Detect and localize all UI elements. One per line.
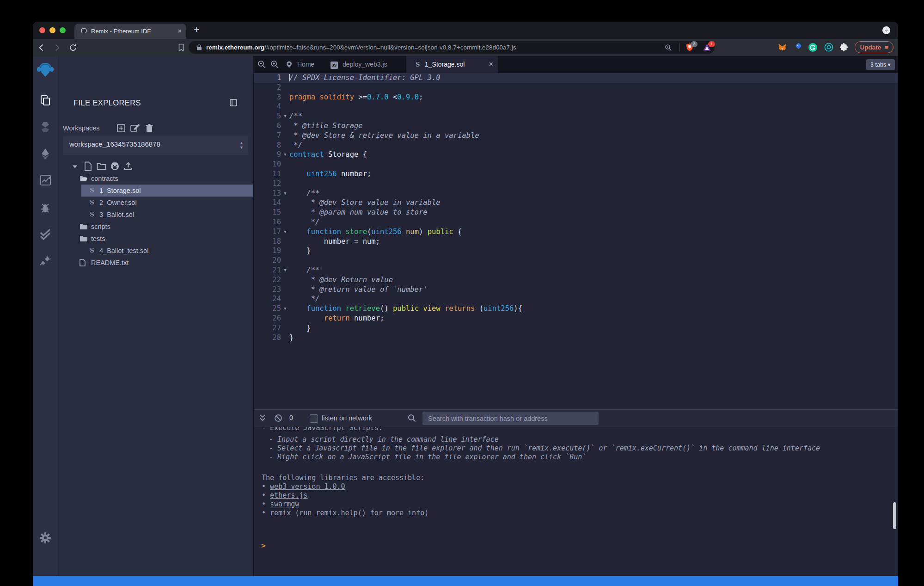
expand-terminal-icon[interactable] xyxy=(259,414,266,422)
panel-menu-icon[interactable] xyxy=(229,99,238,107)
terminal-prompt: > xyxy=(261,541,266,550)
file-tree-toolbar xyxy=(58,161,253,173)
reload-button[interactable] xyxy=(68,43,78,53)
bookmark-sidebar-icon[interactable] xyxy=(176,43,186,53)
folder-icon xyxy=(80,235,88,242)
code-line-28: 28} xyxy=(254,333,898,343)
tree-item-4_Ballot_test.sol[interactable]: S4_Ballot_test.sol xyxy=(58,245,253,257)
url-bar[interactable]: remix.ethereum.org/#optimize=false&runs=… xyxy=(189,41,715,54)
solidity-file-icon: S xyxy=(416,61,420,68)
editor-tabbar: Home JS deploy_web3.js S 1_Storage.sol ×… xyxy=(254,56,898,73)
remix-tab-icon xyxy=(285,61,293,68)
rename-workspace-icon[interactable] xyxy=(130,123,140,133)
minimize-window-button[interactable] xyxy=(49,27,55,33)
remix-logo-icon[interactable] xyxy=(33,61,58,80)
close-window-button[interactable] xyxy=(39,27,45,33)
teal-extension-icon[interactable] xyxy=(824,43,834,53)
tab-close-icon[interactable]: × xyxy=(489,60,493,68)
tree-item-README.txt[interactable]: README.txt xyxy=(58,257,253,269)
terminal-line: • remix (run remix.help() for more info) xyxy=(262,509,898,518)
code-line-20: 20 xyxy=(254,256,898,265)
code-line-11: 11 uint256 number; xyxy=(254,169,898,179)
workspace-select[interactable]: workspace_16345735186878 ▲▼ xyxy=(63,136,248,155)
code-line-4: 4 xyxy=(254,102,898,111)
zoom-page-icon[interactable] xyxy=(665,44,672,51)
code-line-1: 1// SPDX-License-Identifier: GPL-3.0 xyxy=(254,73,898,83)
static-analysis-icon[interactable] xyxy=(33,174,58,186)
settings-gear-icon[interactable] xyxy=(33,532,58,544)
plugin-manager-icon[interactable] xyxy=(33,255,58,267)
tab-home[interactable]: Home xyxy=(285,56,326,73)
brave-shield-icon[interactable]: 2 xyxy=(685,43,694,52)
code-line-13: 13▼ /** xyxy=(254,189,898,198)
code-editor[interactable]: 1// SPDX-License-Identifier: GPL-3.023pr… xyxy=(254,73,898,409)
upload-file-icon[interactable] xyxy=(124,161,133,171)
new-file-icon[interactable] xyxy=(84,161,92,171)
deploy-run-icon[interactable] xyxy=(33,148,58,160)
tree-item-2_Owner.sol[interactable]: S2_Owner.sol xyxy=(58,197,253,209)
code-line-18: 18 number = num; xyxy=(254,237,898,247)
tab-deploy-web3[interactable]: JS deploy_web3.js xyxy=(330,56,404,73)
zoom-in-icon[interactable] xyxy=(270,60,279,68)
extensions-puzzle-icon[interactable] xyxy=(839,43,849,53)
tab-close-icon[interactable]: × xyxy=(177,27,182,35)
fold-arrow-icon[interactable]: ▼ xyxy=(281,227,289,237)
tab-storage-sol[interactable]: S 1_Storage.sol × xyxy=(406,56,498,73)
browser-tab[interactable]: Remix - Ethereum IDE × xyxy=(74,24,186,39)
code-line-19: 19 } xyxy=(254,246,898,256)
zoom-out-icon[interactable] xyxy=(257,60,266,68)
terminal-link[interactable]: • ethers.js xyxy=(262,491,898,500)
file-tree: contractsS1_Storage.solS2_Owner.solS3_Ba… xyxy=(58,173,253,269)
new-tab-button[interactable]: + xyxy=(194,24,199,35)
code-line-17: 17▼ function store(uint256 num) public { xyxy=(254,227,898,237)
browser-tab-title: Remix - Ethereum IDE xyxy=(91,28,151,35)
code-line-3: 3pragma solidity >=0.7.0 <0.9.0; xyxy=(254,93,898,102)
github-clone-icon[interactable] xyxy=(110,161,120,171)
collapse-caret-icon[interactable] xyxy=(72,164,78,169)
terminal-search-icon xyxy=(408,414,416,422)
unit-testing-icon[interactable] xyxy=(33,229,58,240)
fold-arrow-icon[interactable]: ▼ xyxy=(281,150,289,160)
terminal-link[interactable]: • swarmgw xyxy=(262,500,898,509)
back-button[interactable] xyxy=(37,43,47,53)
solidity-icon: S xyxy=(88,208,96,221)
solidity-icon: S xyxy=(88,244,96,257)
tabs-count-button[interactable]: 3 tabs ▾ xyxy=(866,59,895,70)
fold-arrow-icon[interactable]: ▼ xyxy=(281,265,289,275)
listen-network-label: listen on network xyxy=(322,414,372,422)
tree-item-tests[interactable]: tests xyxy=(58,233,253,245)
debugger-icon[interactable] xyxy=(33,202,58,214)
delete-workspace-icon[interactable] xyxy=(145,123,153,133)
update-button[interactable]: Update ≡ xyxy=(855,41,893,53)
fold-arrow-icon[interactable]: ▼ xyxy=(281,189,289,198)
terminal-output[interactable]: > - Execute JavaScript Scripts:- Input a… xyxy=(254,427,898,576)
forward-button[interactable] xyxy=(52,43,62,53)
tree-item-3_Ballot.sol[interactable]: S3_Ballot.sol xyxy=(58,209,253,221)
new-folder-icon[interactable] xyxy=(97,162,106,170)
fold-arrow-icon[interactable]: ▼ xyxy=(281,111,289,121)
code-line-27: 27 } xyxy=(254,323,898,333)
adguard-icon[interactable]: 1 xyxy=(703,43,711,52)
fullscreen-window-button[interactable] xyxy=(60,27,66,33)
folder-open-icon xyxy=(80,175,88,182)
terminal-link[interactable]: • web3 version 1.0.0 xyxy=(262,482,898,491)
browser-window: Remix - Ethereum IDE × + ⌄ remix.ethereu… xyxy=(33,22,898,586)
profile-menu-button[interactable]: ⌄ xyxy=(882,26,890,34)
clear-console-icon[interactable] xyxy=(274,414,282,422)
listen-network-checkbox[interactable] xyxy=(310,414,318,423)
tab-storage-sol-label: 1_Storage.sol xyxy=(425,61,465,68)
solidity-compiler-icon[interactable] xyxy=(33,121,58,133)
shield-badge: 2 xyxy=(691,41,698,47)
create-workspace-icon[interactable] xyxy=(116,123,126,133)
terminal-search-input[interactable] xyxy=(422,412,599,425)
terminal-scrollbar[interactable] xyxy=(893,502,896,529)
tree-item-1_Storage.sol[interactable]: S1_Storage.sol xyxy=(58,185,253,197)
fold-arrow-icon[interactable]: ▼ xyxy=(281,304,289,314)
tag-extension-icon[interactable] xyxy=(793,43,803,53)
file-explorer-panel: FILE EXPLORERS Workspaces workspace_1634… xyxy=(58,56,253,576)
file-explorer-icon[interactable] xyxy=(33,94,58,106)
tree-item-contracts[interactable]: contracts xyxy=(58,173,253,185)
grammarly-extension-icon[interactable] xyxy=(808,43,818,53)
metamask-extension-icon[interactable] xyxy=(777,43,788,53)
tree-item-scripts[interactable]: scripts xyxy=(58,221,253,233)
